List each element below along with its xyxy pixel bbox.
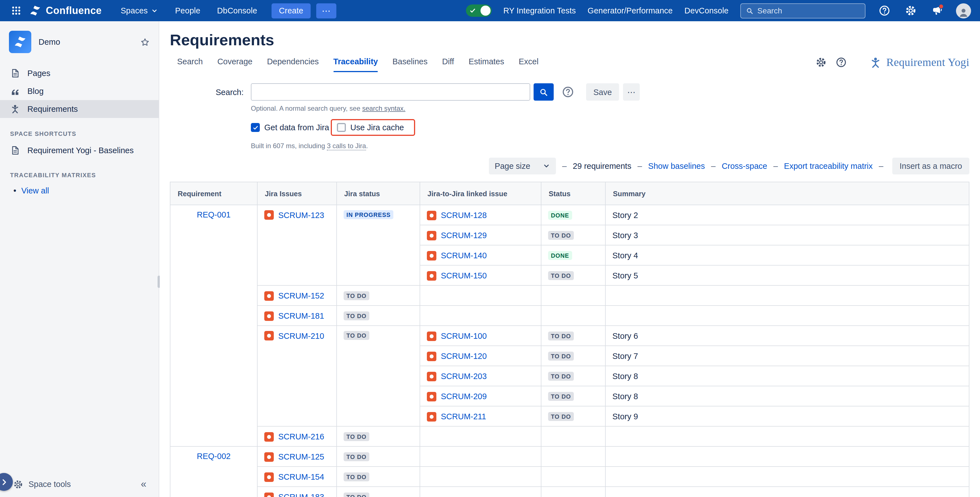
insert-as-macro-button[interactable]: Insert as a macro	[892, 158, 969, 174]
global-search-input[interactable]	[757, 6, 860, 15]
requirement-cell: REQ-001	[170, 205, 257, 446]
jira-issue-link[interactable]: SCRUM-120	[441, 352, 487, 361]
jira-status-cell: TO DO	[337, 285, 420, 306]
tab-traceability[interactable]: Traceability	[333, 57, 378, 72]
summary-cell: Story 8	[605, 366, 969, 386]
jira-issue-cell: SCRUM-154	[257, 467, 337, 487]
app-switcher-icon[interactable]	[9, 3, 24, 18]
tab-coverage[interactable]: Coverage	[217, 57, 253, 72]
linked-issue-cell: SCRUM-128	[420, 205, 541, 225]
sidebar-item-blog[interactable]: Blog	[0, 82, 159, 100]
save-button[interactable]: Save	[586, 83, 619, 100]
jira-issue-link[interactable]: SCRUM-209	[441, 392, 487, 401]
nav-more-button[interactable]: ⋯	[316, 3, 336, 18]
jira-issue-link[interactable]: SCRUM-211	[441, 412, 486, 421]
jira-issue-link[interactable]: SCRUM-210	[278, 331, 324, 340]
tab-estimates[interactable]: Estimates	[468, 57, 504, 72]
summary-cell	[605, 467, 969, 487]
jira-issue-link[interactable]: SCRUM-154	[278, 472, 324, 481]
nav-devconsole[interactable]: DevConsole	[684, 6, 729, 15]
summary-cell	[605, 285, 969, 306]
requirement-cell: REQ-002	[170, 446, 257, 497]
quote-icon	[10, 86, 20, 96]
tab-dependencies[interactable]: Dependencies	[267, 57, 319, 72]
favourite-star-icon[interactable]	[140, 37, 150, 47]
status-lozenge: TO DO	[344, 452, 369, 461]
show-baselines-link[interactable]: Show baselines	[648, 162, 705, 170]
space-tools-button[interactable]: Space tools	[13, 479, 71, 489]
linked-issue-cell: SCRUM-203	[420, 366, 541, 386]
jira-issue-cell: SCRUM-181	[257, 306, 337, 326]
jira-issue-link[interactable]: SCRUM-183	[278, 492, 324, 497]
nav-dbconsole[interactable]: DbConsole	[217, 6, 257, 15]
jira-issue-type-icon	[264, 492, 274, 497]
jira-calls-link[interactable]: 3 calls to Jira	[327, 142, 366, 150]
linked-status-cell	[541, 426, 605, 446]
status-lozenge: DONE	[548, 211, 572, 220]
use-jira-cache-checkbox[interactable]	[337, 123, 346, 132]
jira-issue-type-icon	[264, 331, 274, 341]
page-settings-gear-icon[interactable]	[816, 57, 826, 68]
nav-spaces[interactable]: Spaces	[121, 6, 158, 15]
traceability-search-input[interactable]	[251, 83, 530, 100]
top-navigation: Confluence Spaces People DbConsole Creat…	[0, 0, 980, 21]
summary-cell	[605, 446, 969, 467]
view-all-link[interactable]: View all	[21, 186, 49, 195]
global-search[interactable]	[740, 3, 865, 18]
linked-status-cell: TO DO	[541, 406, 605, 426]
jira-issue-link[interactable]: SCRUM-100	[441, 331, 487, 341]
tab-baselines[interactable]: Baselines	[393, 57, 428, 72]
jira-issue-type-icon	[264, 311, 274, 321]
search-more-button[interactable]: ⋯	[623, 83, 640, 100]
search-help-icon[interactable]	[561, 85, 575, 99]
jira-issue-link[interactable]: SCRUM-150	[441, 271, 487, 280]
page-size-select[interactable]: Page size	[489, 158, 556, 174]
tab-diff[interactable]: Diff	[442, 57, 454, 72]
linked-issue-cell: SCRUM-150	[420, 265, 541, 285]
announcements-icon[interactable]	[930, 3, 944, 18]
table-row: SCRUM-181TO DO	[170, 306, 969, 326]
jira-issue-link[interactable]: SCRUM-125	[278, 452, 324, 461]
jira-issue-link[interactable]: SCRUM-123	[278, 210, 324, 220]
search-syntax-link[interactable]: search syntax.	[362, 105, 406, 112]
create-button[interactable]: Create	[272, 3, 311, 18]
jira-issue-link[interactable]: SCRUM-203	[441, 372, 487, 381]
jira-issue-link[interactable]: SCRUM-152	[278, 291, 324, 300]
use-jira-cache-label[interactable]: Use Jira cache	[350, 123, 404, 132]
linked-status-cell: TO DO	[541, 265, 605, 285]
confluence-logo[interactable]: Confluence	[29, 5, 102, 17]
page-help-icon[interactable]	[836, 57, 846, 68]
jira-issue-type-icon	[264, 291, 274, 301]
help-icon[interactable]	[877, 3, 892, 18]
sidebar-item-requirements[interactable]: Requirements	[0, 100, 159, 118]
nav-ry-integration-tests[interactable]: RY Integration Tests	[503, 6, 576, 15]
search-submit-button[interactable]	[534, 83, 554, 100]
settings-gear-icon[interactable]	[904, 3, 918, 18]
get-data-from-jira-checkbox[interactable]	[251, 123, 260, 132]
jira-issue-link[interactable]: SCRUM-216	[278, 432, 324, 441]
requirement-link[interactable]: REQ-002	[197, 452, 231, 461]
cross-space-link[interactable]: Cross-space	[722, 162, 767, 170]
feature-toggle[interactable]	[466, 5, 492, 17]
nav-people[interactable]: People	[175, 6, 200, 15]
sidebar-item-baselines[interactable]: Requirement Yogi - Baselines	[0, 142, 159, 159]
jira-issue-link[interactable]: SCRUM-128	[441, 211, 487, 220]
requirement-link[interactable]: REQ-001	[197, 210, 231, 219]
summary-cell	[605, 487, 969, 497]
space-logo[interactable]	[9, 31, 31, 53]
linked-issue-cell: SCRUM-209	[420, 386, 541, 406]
get-data-from-jira-label[interactable]: Get data from Jira	[264, 123, 329, 132]
jira-issue-type-icon	[427, 210, 436, 220]
export-traceability-matrix-link[interactable]: Export traceability matrix	[784, 162, 873, 170]
jira-issue-link[interactable]: SCRUM-129	[441, 231, 487, 240]
linked-status-cell: DONE	[541, 245, 605, 265]
sidebar-item-pages[interactable]: Pages	[0, 64, 159, 82]
jira-issue-link[interactable]: SCRUM-181	[278, 311, 324, 320]
collapse-sidebar-button[interactable]: «	[136, 477, 151, 491]
jira-issue-link[interactable]: SCRUM-140	[441, 251, 487, 260]
table-toolbar: Page size – 29 requirements – Show basel…	[170, 158, 969, 174]
nav-generator-performance[interactable]: Generator/Performance	[587, 6, 673, 15]
user-avatar[interactable]	[956, 3, 971, 18]
tab-search[interactable]: Search	[177, 57, 203, 72]
tab-excel[interactable]: Excel	[519, 57, 539, 72]
